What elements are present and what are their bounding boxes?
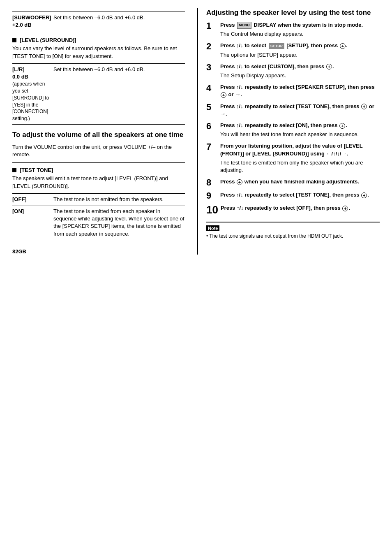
on-key: [ON] [12,208,49,238]
test-tone-header: [TEST TONE] [12,167,185,173]
level-surround-desc: You can vary the level of surround speak… [12,45,185,60]
lr-row: [L/R] 0.0 dB (appears when you set [SURR… [12,64,185,124]
step-3: 3 Press ↑/↓ to select [CUSTOM], then pre… [206,63,380,79]
step-1: 1 Press MENU DISPLAY when the system is … [206,21,380,38]
steps-list: 1 Press MENU DISPLAY when the system is … [206,21,380,215]
step-num-1: 1 [206,21,218,30]
bullet-icon-2 [12,168,16,172]
level-surround-section: [LEVEL (SURROUND)] You can vary the leve… [12,37,185,60]
on-desc: The test tone is emitted from each speak… [53,208,185,238]
on-row: [ON] The test tone is emitted from each … [12,206,185,240]
circle-plus-10 [342,206,348,211]
lr-table: [L/R] 0.0 dB (appears when you set [SURR… [12,63,185,125]
step-num-9: 9 [206,191,218,200]
step-5-main: Press ↑/↓ repeatedly to select [TEST TON… [220,103,374,117]
step-1-main: Press MENU DISPLAY when the system is in… [220,22,363,28]
volume-desc: Turn the VOLUME control on the unit, or … [12,144,185,158]
subwoofer-table: [SUBWOOFER] +2.0 dB Set this between –6.… [12,12,185,31]
step-10-main: Press ↑/↓ repeatedly to select [OFF], th… [221,205,350,211]
off-key: [OFF] [12,196,49,203]
subwoofer-key-label: [SUBWOOFER] [12,14,49,21]
step-3-sub: The Setup Display appears. [220,72,380,79]
note-text: • The test tone signals are not output f… [206,233,380,240]
step-8: 8 Press when you have finished making ad… [206,178,380,187]
note-box: Note • The test tone signals are not out… [206,222,380,240]
circle-plus-6 [339,123,345,129]
step-7-sub: The test tone is emitted from only the s… [220,159,380,174]
bullet-icon [12,38,16,42]
display-icon-1: MENU [237,22,251,29]
step-7: 7 From your listening position, adjust t… [206,142,380,174]
lr-key-label: [L/R] [12,66,49,73]
right-column: Adjusting the speaker level by using the… [197,8,380,255]
step-num-2: 2 [206,42,218,51]
step-5: 5 Press ↑/↓ repeatedly to select [TEST T… [206,103,380,118]
step-num-8: 8 [206,178,218,187]
level-surround-header: [LEVEL (SURROUND)] [12,37,185,43]
step-2-sub: The options for [SETUP] appear. [220,51,380,59]
off-desc: The test tone is not emitted from the sp… [53,196,185,203]
lr-db-label: 0.0 dB [12,73,49,81]
step-num-10: 10 [206,204,218,215]
page-number: 82GB [12,248,185,255]
test-tone-section: [TEST TONE] The speakers will emit a tes… [12,167,185,190]
step-4-main: Press ↑/↓ repeatedly to select [SPEAKER … [220,84,375,97]
subwoofer-db-label: +2.0 dB [12,21,49,29]
circle-plus-4 [221,92,226,98]
step-num-7: 7 [206,142,218,151]
circle-plus-9 [361,192,367,198]
lr-note: (appears when you set [SURROUND] to [YES… [12,81,49,122]
right-title: Adjusting the speaker level by using the… [206,8,380,17]
off-on-table: [OFF] The test tone is not emitted from … [12,193,185,240]
step-9-main: Press ↑/↓ repeatedly to select [TEST TON… [220,192,369,198]
setup-icon: SETUP [269,43,284,49]
step-6: 6 Press ↑/↓ repeatedly to select [ON], t… [206,122,380,138]
test-tone-desc: The speakers will emit a test tone to ad… [12,175,185,190]
step-9: 9 Press ↑/↓ repeatedly to select [TEST T… [206,191,380,200]
step-2-main: Press ↑/↓ to select SETUP [SETUP], then … [220,42,347,49]
subwoofer-desc: Set this between –6.0 dB and +6.0 dB. [53,14,185,29]
page-container: [SUBWOOFER] +2.0 dB Set this between –6.… [12,8,380,255]
note-label: Note [206,225,219,231]
step-num-4: 4 [206,83,218,93]
step-num-5: 5 [206,103,218,112]
step-6-main: Press ↑/↓ repeatedly to select [ON], the… [220,122,347,128]
step-4: 4 Press ↑/↓ repeatedly to select [SPEAKE… [206,83,380,98]
step-3-main: Press ↑/↓ to select [CUSTOM], then press… [220,63,334,70]
step-2: 2 Press ↑/↓ to select SETUP [SETUP], the… [206,42,380,58]
circle-plus-3 [326,64,332,70]
step-num-6: 6 [206,122,218,131]
volume-title: To adjust the volume of all the speakers… [12,130,185,139]
step-num-3: 3 [206,63,218,72]
circle-plus-5 [361,104,367,109]
circle-plus-2 [340,43,346,49]
lr-desc: Set this between –6.0 dB and +6.0 dB. [53,66,185,122]
step-7-main: From your listening position, adjust the… [220,143,362,156]
step-10: 10 Press ↑/↓ repeatedly to select [OFF],… [206,204,380,215]
circle-plus-8 [237,179,242,185]
step-1-sub: The Control Menu display appears. [220,30,380,38]
separator-1 [12,162,185,163]
subwoofer-row: [SUBWOOFER] +2.0 dB Set this between –6.… [12,12,185,31]
step-6-sub: You will hear the test tone from each sp… [220,131,380,138]
off-row: [OFF] The test tone is not emitted from … [12,194,185,206]
step-8-main: Press when you have finished making adju… [220,178,359,185]
left-column: [SUBWOOFER] +2.0 dB Set this between –6.… [12,8,185,255]
